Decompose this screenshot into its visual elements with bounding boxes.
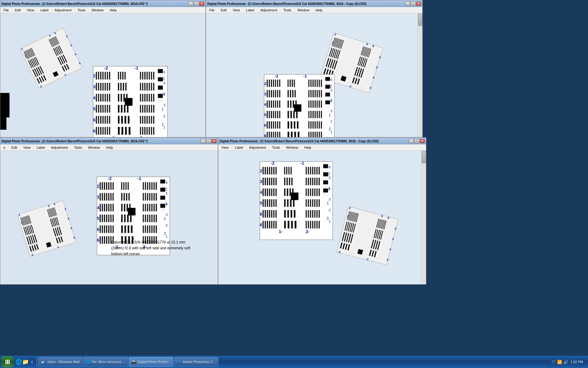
tray-network[interactable]: 📶 bbox=[557, 359, 562, 364]
win1-canvas bbox=[0, 13, 205, 137]
win2-close[interactable]: ✕ bbox=[416, 2, 421, 6]
menu-adjustment[interactable]: Adjustment bbox=[53, 8, 73, 13]
taskbar-btn-renonsense[interactable]: 🌐 Re: More nonsense ... bbox=[83, 357, 128, 367]
win2-menubar: File Edit View Label Adjustment Tools Wi… bbox=[206, 7, 422, 13]
menu4-view[interactable]: View bbox=[220, 145, 231, 150]
menu4-adjustment[interactable]: Adjustment bbox=[247, 145, 268, 150]
window-1[interactable]: Digital Photo Professional - [C:\Users\R… bbox=[0, 0, 206, 137]
taskbar-ps-label: Adobe Photoshop C... bbox=[183, 360, 216, 364]
win1-content bbox=[0, 13, 205, 137]
menu3-view[interactable]: View bbox=[21, 145, 32, 150]
quicklaunch-ie[interactable]: 🌐 bbox=[16, 359, 21, 364]
menu4-tools[interactable]: Tools bbox=[270, 145, 282, 150]
menu3-edit[interactable]: Edit bbox=[9, 145, 19, 150]
menu2-adjustment[interactable]: Adjustment bbox=[258, 8, 279, 13]
win4-controls[interactable]: _ □ ✕ bbox=[409, 139, 425, 143]
win2-scrollbar[interactable] bbox=[417, 13, 422, 137]
taskbar: ⊞ 🌐 📁 e 📬 Inbox - Windows Mail 🌐 Re: Mor… bbox=[0, 356, 588, 368]
menu2-tools[interactable]: Tools bbox=[281, 8, 293, 13]
menu3-label[interactable]: Label bbox=[35, 145, 47, 150]
win1-controls[interactable]: _ □ ✕ bbox=[188, 2, 204, 6]
taskbar-dpp-icon: 📷 bbox=[131, 359, 137, 364]
taskbar-btn-photoshop[interactable]: Ps Adobe Photoshop C... bbox=[174, 357, 218, 367]
win3-controls[interactable]: _ □ ✕ bbox=[201, 139, 217, 143]
menu-label[interactable]: Label bbox=[38, 8, 50, 13]
win4-content bbox=[218, 151, 426, 284]
win3-titlebar: Digital Photo Professional - [C:\Users\R… bbox=[0, 138, 218, 144]
win1-menubar: File Edit View Label Adjustment Tools Wi… bbox=[0, 7, 205, 13]
win1-close[interactable]: ✕ bbox=[199, 2, 204, 6]
taskbar-re-icon: 🌐 bbox=[86, 359, 91, 364]
menu-file[interactable]: File bbox=[2, 8, 11, 13]
taskbar-inbox-icon: 📬 bbox=[41, 359, 46, 364]
menu2-view[interactable]: View bbox=[231, 8, 242, 13]
taskbar-btn-dpp[interactable]: 📷 Digital Photo Profes... bbox=[129, 357, 173, 367]
menu-window[interactable]: Window bbox=[90, 8, 105, 13]
taskbar-re-label: Re: More nonsense ... bbox=[92, 360, 125, 364]
win4-title: Digital Photo Professional - [C:\Users\R… bbox=[220, 140, 379, 143]
win2-title: Digital Photo Professional - [C:\Users\R… bbox=[207, 2, 366, 6]
window-4[interactable]: Digital Photo Professional - [C:\Users\R… bbox=[218, 137, 426, 285]
menu3-help[interactable]: Help bbox=[104, 145, 115, 150]
menu2-window[interactable]: Window bbox=[296, 8, 311, 13]
quicklaunch-ie2[interactable]: e bbox=[30, 359, 35, 364]
win4-minimize[interactable]: _ bbox=[409, 139, 414, 143]
tray-volume[interactable]: 🔊 bbox=[563, 359, 568, 364]
win3-title: Digital Photo Professional - [C:\Users\R… bbox=[2, 140, 148, 143]
win2-controls[interactable]: _ □ ✕ bbox=[405, 2, 421, 6]
taskbar-inbox-label: Inbox - Windows Mail bbox=[47, 360, 80, 364]
win3-annotation: Calumet G1X S/N 442053001776 at 15.1 mm … bbox=[111, 240, 197, 257]
win3-maximize[interactable]: □ bbox=[206, 139, 211, 143]
win3-canvas bbox=[0, 151, 218, 284]
menu3-tools[interactable]: Tools bbox=[72, 145, 84, 150]
menu4-label[interactable]: Label bbox=[233, 145, 245, 150]
win3-minimize[interactable]: _ bbox=[201, 139, 205, 143]
win1-maximize[interactable]: □ bbox=[194, 2, 199, 6]
menu3-adjustment[interactable]: Adjustment bbox=[49, 145, 70, 150]
window-3[interactable]: Digital Photo Professional - [C:\Users\R… bbox=[0, 137, 218, 285]
taskbar-dpp-label: Digital Photo Profes... bbox=[138, 360, 170, 364]
taskbar-right: 🛡 📶 🔊 1:02 PM bbox=[551, 359, 587, 364]
menu-tools[interactable]: Tools bbox=[76, 8, 87, 13]
win4-canvas bbox=[218, 151, 426, 284]
quicklaunch-folder[interactable]: 📁 bbox=[23, 359, 28, 364]
tray-security[interactable]: 🛡 bbox=[551, 359, 556, 364]
win3-content: Calumet G1X S/N 442053001776 at 15.1 mm … bbox=[0, 151, 218, 284]
menu2-help[interactable]: Help bbox=[314, 8, 324, 13]
win1-titlebar: Digital Photo Professional - [C:\Users\R… bbox=[0, 0, 205, 7]
menu4-window[interactable]: Window bbox=[284, 145, 300, 150]
window-2[interactable]: Digital Photo Professional - [C:\Users\R… bbox=[206, 0, 423, 137]
menu2-file[interactable]: File bbox=[207, 8, 217, 13]
start-button[interactable]: ⊞ bbox=[1, 356, 14, 367]
menu-help[interactable]: Help bbox=[108, 8, 119, 13]
win1-minimize[interactable]: _ bbox=[188, 2, 193, 6]
win4-close[interactable]: ✕ bbox=[420, 139, 425, 143]
taskbar-sep1 bbox=[36, 357, 37, 366]
win2-minimize[interactable]: _ bbox=[405, 2, 410, 6]
win2-scrollthumb[interactable] bbox=[418, 13, 422, 26]
win1-title: Digital Photo Professional - [C:\Users\R… bbox=[2, 2, 148, 6]
win2-titlebar: Digital Photo Professional - [C:\Users\R… bbox=[206, 0, 422, 7]
system-clock[interactable]: 1:02 PM bbox=[569, 360, 584, 364]
menu4-help[interactable]: Help bbox=[302, 145, 313, 150]
win4-scrollbar[interactable] bbox=[421, 151, 426, 284]
win4-titlebar: Digital Photo Professional - [C:\Users\R… bbox=[218, 138, 426, 144]
win2-content bbox=[206, 13, 422, 137]
win2-canvas bbox=[206, 13, 422, 137]
taskbar-ps-icon: Ps bbox=[176, 359, 181, 364]
menu-edit[interactable]: Edit bbox=[13, 8, 23, 13]
menu2-label[interactable]: Label bbox=[244, 8, 256, 13]
menu-view[interactable]: View bbox=[25, 8, 36, 13]
win3-menubar: e Edit View Label Adjustment Tools Windo… bbox=[0, 144, 218, 151]
start-orb: ⊞ bbox=[5, 358, 10, 366]
win2-maximize[interactable]: □ bbox=[411, 2, 416, 6]
menu3-e[interactable]: e bbox=[2, 145, 7, 150]
win4-scrollthumb[interactable] bbox=[422, 151, 426, 163]
win3-close[interactable]: ✕ bbox=[212, 139, 217, 143]
clock-time: 1:02 PM bbox=[571, 360, 583, 364]
win4-menubar: View Label Adjustment Tools Window Help bbox=[218, 144, 426, 151]
taskbar-btn-inbox[interactable]: 📬 Inbox - Windows Mail bbox=[38, 357, 82, 367]
menu2-edit[interactable]: Edit bbox=[219, 8, 228, 13]
win4-maximize[interactable]: □ bbox=[414, 139, 419, 143]
menu3-window[interactable]: Window bbox=[86, 145, 102, 150]
